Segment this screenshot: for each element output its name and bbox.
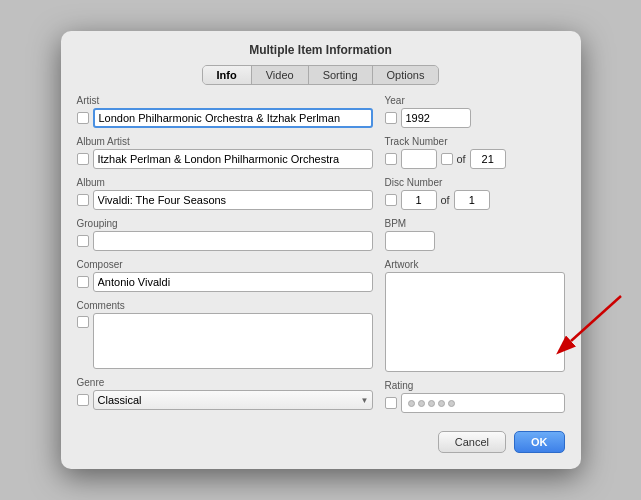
rating-dots[interactable] — [401, 393, 565, 413]
album-artist-input[interactable] — [93, 149, 373, 169]
composer-checkbox[interactable] — [77, 276, 89, 288]
album-checkbox[interactable] — [77, 194, 89, 206]
genre-field-group: Genre Classical Rock Pop Jazz Other ▼ — [77, 377, 373, 410]
disc-number-label: Disc Number — [385, 177, 565, 188]
artwork-label: Artwork — [385, 259, 565, 270]
composer-field-group: Composer — [77, 259, 373, 292]
genre-select-wrapper: Classical Rock Pop Jazz Other ▼ — [93, 390, 373, 410]
rating-checkbox[interactable] — [385, 397, 397, 409]
rating-dot-5[interactable] — [448, 400, 455, 407]
comments-field-group: Comments — [77, 300, 373, 369]
genre-select[interactable]: Classical Rock Pop Jazz Other — [93, 390, 373, 410]
track-number-input[interactable] — [401, 149, 437, 169]
disc-total-input[interactable] — [454, 190, 490, 210]
composer-input[interactable] — [93, 272, 373, 292]
rating-dot-2[interactable] — [418, 400, 425, 407]
artist-label: Artist — [77, 95, 373, 106]
multiple-item-information-dialog: Multiple Item Information Info Video Sor… — [61, 31, 581, 469]
album-row — [77, 190, 373, 210]
artist-input[interactable] — [93, 108, 373, 128]
cancel-button[interactable]: Cancel — [438, 431, 506, 453]
footer: Cancel OK — [61, 421, 581, 453]
genre-label: Genre — [77, 377, 373, 388]
disc-of-label: of — [441, 194, 450, 206]
content-area: Artist Album Artist Album — [61, 95, 581, 421]
album-artist-label: Album Artist — [77, 136, 373, 147]
album-artist-field-group: Album Artist — [77, 136, 373, 169]
tab-video[interactable]: Video — [252, 66, 309, 84]
comments-label: Comments — [77, 300, 373, 311]
dialog-title: Multiple Item Information — [61, 31, 581, 65]
genre-row: Classical Rock Pop Jazz Other ▼ — [77, 390, 373, 410]
album-field-group: Album — [77, 177, 373, 210]
rating-field-group: Rating — [385, 380, 565, 413]
track-of-checkbox[interactable] — [441, 153, 453, 165]
year-row — [385, 108, 565, 128]
ok-button[interactable]: OK — [514, 431, 565, 453]
composer-label: Composer — [77, 259, 373, 270]
bpm-row — [385, 231, 565, 251]
track-total-input[interactable] — [470, 149, 506, 169]
track-number-row: of — [385, 149, 565, 169]
tab-group: Info Video Sorting Options — [202, 65, 440, 85]
comments-input[interactable] — [93, 313, 373, 369]
year-checkbox[interactable] — [385, 112, 397, 124]
grouping-checkbox[interactable] — [77, 235, 89, 247]
rating-dot-3[interactable] — [428, 400, 435, 407]
right-column: Year Track Number of — [385, 95, 565, 421]
comments-checkbox[interactable] — [77, 316, 89, 328]
tab-sorting[interactable]: Sorting — [309, 66, 373, 84]
artwork-field-group: Artwork — [385, 259, 565, 372]
album-label: Album — [77, 177, 373, 188]
disc-number-row: of — [385, 190, 565, 210]
year-field-group: Year — [385, 95, 565, 128]
year-input[interactable] — [401, 108, 471, 128]
grouping-input[interactable] — [93, 231, 373, 251]
grouping-field-group: Grouping — [77, 218, 373, 251]
composer-row — [77, 272, 373, 292]
disc-checkbox[interactable] — [385, 194, 397, 206]
artist-field-group: Artist — [77, 95, 373, 128]
tab-info[interactable]: Info — [203, 66, 252, 84]
disc-number-field-group: Disc Number of — [385, 177, 565, 210]
album-artist-checkbox[interactable] — [77, 153, 89, 165]
artwork-box[interactable] — [385, 272, 565, 372]
comments-row — [77, 313, 373, 369]
track-number-label: Track Number — [385, 136, 565, 147]
grouping-label: Grouping — [77, 218, 373, 229]
album-input[interactable] — [93, 190, 373, 210]
rating-dot-1[interactable] — [408, 400, 415, 407]
bpm-field-group: BPM — [385, 218, 565, 251]
grouping-row — [77, 231, 373, 251]
rating-label: Rating — [385, 380, 565, 391]
rating-row — [385, 393, 565, 413]
tab-options[interactable]: Options — [373, 66, 439, 84]
track-number-field-group: Track Number of — [385, 136, 565, 169]
disc-number-input[interactable] — [401, 190, 437, 210]
left-column: Artist Album Artist Album — [77, 95, 373, 421]
track-of-label: of — [457, 153, 466, 165]
rating-dot-4[interactable] — [438, 400, 445, 407]
year-label: Year — [385, 95, 565, 106]
bpm-label: BPM — [385, 218, 565, 229]
artist-checkbox[interactable] — [77, 112, 89, 124]
track-checkbox[interactable] — [385, 153, 397, 165]
genre-checkbox[interactable] — [77, 394, 89, 406]
album-artist-row — [77, 149, 373, 169]
tab-bar: Info Video Sorting Options — [61, 65, 581, 85]
bpm-input[interactable] — [385, 231, 435, 251]
artist-row — [77, 108, 373, 128]
